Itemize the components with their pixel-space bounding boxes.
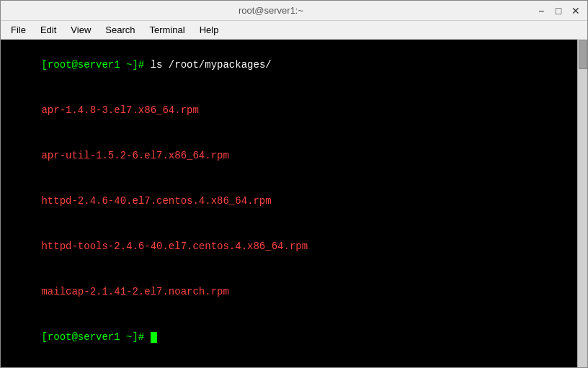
title-bar: root@server1:~ − □ ✕ — [1, 1, 587, 21]
terminal-line-5: httpd-tools-2.4.6-40.el7.centos.4.x86_64… — [5, 224, 583, 269]
terminal-window: root@server1:~ − □ ✕ File Edit View Sear… — [0, 0, 588, 368]
file-3: httpd-2.4.6-40.el7.centos.4.x86_64.rpm — [41, 195, 271, 207]
menu-help[interactable]: Help — [192, 23, 226, 37]
menu-file[interactable]: File — [4, 23, 33, 37]
file-5: mailcap-2.1.41-2.el7.noarch.rpm — [41, 286, 228, 297]
menu-edit[interactable]: Edit — [33, 23, 63, 37]
command-1: ls /root/mypackages/ — [151, 59, 272, 71]
terminal-body[interactable]: [root@server1 ~]# ls /root/mypackages/ a… — [1, 40, 587, 367]
prompt-1: [root@server1 ~]# — [41, 59, 150, 71]
scrollbar-thumb[interactable] — [579, 40, 587, 69]
maximize-button[interactable]: □ — [553, 5, 564, 17]
window-title: root@server1:~ — [6, 5, 535, 16]
terminal-line-6: mailcap-2.1.41-2.el7.noarch.rpm — [5, 269, 583, 315]
cursor — [151, 332, 157, 343]
close-button[interactable]: ✕ — [570, 5, 582, 17]
minimize-button[interactable]: − — [535, 5, 547, 17]
menu-terminal[interactable]: Terminal — [143, 23, 192, 37]
menu-view[interactable]: View — [63, 23, 98, 37]
prompt-2: [root@server1 ~]# — [41, 331, 150, 343]
menu-bar: File Edit View Search Terminal Help — [1, 21, 587, 40]
file-4: httpd-tools-2.4.6-40.el7.centos.4.x86_64… — [41, 241, 308, 252]
terminal-line-7: [root@server1 ~]# — [5, 315, 583, 360]
file-2: apr-util-1.5.2-6.el7.x86_64.rpm — [41, 150, 228, 161]
window-controls: − □ ✕ — [535, 5, 582, 17]
terminal-line-4: httpd-2.4.6-40.el7.centos.4.x86_64.rpm — [5, 179, 583, 224]
file-1: apr-1.4.8-3.el7.x86_64.rpm — [41, 104, 198, 116]
terminal-line-3: apr-util-1.5.2-6.el7.x86_64.rpm — [5, 133, 583, 179]
menu-search[interactable]: Search — [98, 23, 142, 37]
scrollbar[interactable] — [577, 40, 587, 367]
terminal-line-1: [root@server1 ~]# ls /root/mypackages/ — [5, 42, 583, 88]
terminal-line-2: apr-1.4.8-3.el7.x86_64.rpm — [5, 88, 583, 133]
